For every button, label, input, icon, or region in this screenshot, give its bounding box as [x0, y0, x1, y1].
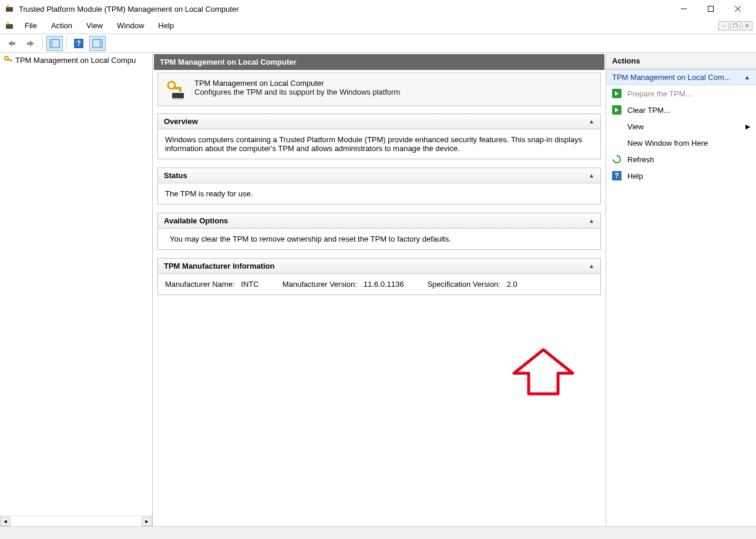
mdi-controls: − ❐ ✕ [718, 21, 755, 31]
tree-horizontal-scrollbar[interactable]: ◄ ► [0, 515, 152, 526]
available-options-title: Available Options [164, 216, 228, 225]
status-body: The TPM is ready for use. [158, 183, 600, 204]
action-label: Clear TPM... [627, 106, 670, 115]
intro-description: Configures the TPM and its support by th… [194, 88, 400, 96]
overview-header[interactable]: Overview ▲ [158, 114, 600, 129]
menu-help[interactable]: Help [151, 19, 181, 32]
forward-button[interactable] [22, 36, 39, 51]
collapse-icon: ▲ [589, 172, 594, 179]
statusbar [0, 526, 756, 539]
intro-title: TPM Management on Local Computer [194, 79, 400, 88]
green-arrow-icon [612, 89, 621, 98]
available-options-body: You may clear the TPM to remove ownershi… [158, 229, 600, 249]
manufacturer-header[interactable]: TPM Manufacturer Information ▲ [158, 259, 600, 274]
svg-rect-11 [27, 42, 31, 45]
manufacturer-row: Manufacturer Name: INTC Manufacturer Ver… [165, 280, 593, 289]
tree-root-item[interactable]: TPM Management on Local Compu [0, 54, 152, 66]
svg-point-2 [7, 5, 9, 6]
submenu-arrow-icon: ▶ [745, 123, 750, 130]
overview-body: Windows computers containing a Trusted P… [158, 129, 600, 159]
specification-version-value: 2.0 [507, 280, 518, 289]
menu-view[interactable]: View [79, 19, 110, 32]
overview-title: Overview [164, 117, 198, 126]
minimize-button[interactable] [670, 0, 697, 18]
tpm-menu-icon [5, 21, 14, 31]
overview-section: Overview ▲ Windows computers containing … [157, 113, 601, 159]
mdi-minimize-button[interactable]: − [718, 21, 729, 31]
manufacturer-version-label: Manufacturer Version: [283, 280, 357, 289]
svg-rect-13 [50, 39, 53, 48]
collapse-icon: ▲ [589, 263, 594, 269]
toolbar-separator [66, 37, 67, 50]
specification-version-label: Specification Version: [427, 280, 500, 289]
menubar: File Action View Window Help − ❐ ✕ [0, 18, 756, 34]
action-help[interactable]: ? Help [606, 168, 756, 184]
svg-rect-4 [708, 6, 714, 12]
tpm-app-icon [5, 4, 14, 14]
svg-rect-0 [6, 7, 13, 12]
refresh-icon [612, 155, 621, 164]
mdi-close-button[interactable]: ✕ [742, 21, 752, 31]
actions-group-header[interactable]: TPM Management on Local Com... ▲ [606, 69, 756, 85]
svg-rect-7 [6, 24, 13, 29]
scroll-right-button[interactable]: ► [142, 517, 152, 526]
tpm-key-chip-icon [165, 79, 186, 100]
manufacturer-section: TPM Manufacturer Information ▲ Manufactu… [157, 258, 601, 295]
scroll-left-button[interactable]: ◄ [0, 517, 11, 526]
action-label: New Window from Here [627, 139, 708, 148]
collapse-icon: ▲ [589, 118, 594, 125]
collapse-icon: ▲ [744, 74, 750, 81]
maximize-button[interactable] [697, 0, 724, 18]
show-hide-action-pane-button[interactable] [89, 36, 106, 51]
manufacturer-version-value: 11.6.0.1136 [364, 280, 404, 289]
actions-pane-title: Actions [606, 53, 756, 69]
mdi-restore-button[interactable]: ❐ [730, 21, 741, 31]
actions-group-label: TPM Management on Local Com... [612, 73, 731, 82]
help-icon: ? [612, 171, 621, 180]
console-tree-pane: TPM Management on Local Compu ◄ ► [0, 53, 153, 526]
menu-file[interactable]: File [18, 19, 44, 32]
action-label: Prepare the TPM... [627, 89, 692, 98]
svg-text:?: ? [614, 172, 619, 180]
status-title: Status [164, 171, 187, 180]
available-options-section: Available Options ▲ You may clear the TP… [157, 213, 601, 250]
action-label: Refresh [627, 155, 654, 164]
available-options-header[interactable]: Available Options ▲ [158, 213, 600, 229]
blank-icon [612, 138, 621, 148]
svg-rect-23 [179, 87, 182, 92]
main-area: TPM Management on Local Compu ◄ ► TPM Ma… [0, 53, 756, 526]
menu-action[interactable]: Action [44, 19, 79, 32]
action-label: View [627, 122, 644, 131]
action-clear-tpm[interactable]: Clear TPM... [606, 102, 756, 118]
status-header[interactable]: Status ▲ [158, 168, 600, 183]
status-section: Status ▲ The TPM is ready for use. [157, 168, 601, 205]
green-arrow-icon [612, 105, 621, 115]
intro-panel: TPM Management on Local Computer Configu… [157, 72, 601, 106]
window-controls [670, 0, 751, 18]
actions-pane: Actions TPM Management on Local Com... ▲… [606, 53, 756, 526]
menu-window[interactable]: Window [110, 19, 151, 32]
action-new-window[interactable]: New Window from Here [606, 135, 756, 151]
svg-point-9 [7, 21, 9, 23]
toolbar-separator [42, 37, 43, 50]
svg-rect-10 [12, 42, 15, 45]
action-view[interactable]: View ▶ [606, 118, 756, 135]
svg-rect-20 [11, 59, 12, 62]
manufacturer-name-label: Manufacturer Name: [165, 280, 235, 289]
svg-rect-24 [172, 93, 184, 98]
action-refresh[interactable]: Refresh [606, 151, 756, 168]
center-pane: TPM Management on Local Computer TPM Man… [153, 53, 606, 526]
center-pane-header: TPM Management on Local Computer [154, 54, 604, 70]
window-title: Trusted Platform Module (TPM) Management… [19, 5, 670, 14]
back-button[interactable] [4, 36, 20, 51]
action-prepare-tpm[interactable]: Prepare the TPM... [606, 85, 756, 102]
blank-icon [612, 122, 621, 131]
help-button[interactable]: ? [70, 36, 87, 51]
tpm-key-icon [4, 55, 13, 65]
svg-text:?: ? [76, 39, 80, 48]
tree-root-label: TPM Management on Local Compu [15, 56, 136, 65]
close-button[interactable] [724, 0, 751, 18]
show-hide-console-tree-button[interactable] [46, 36, 63, 51]
svg-rect-17 [99, 39, 102, 48]
manufacturer-name-value: INTC [241, 280, 258, 289]
